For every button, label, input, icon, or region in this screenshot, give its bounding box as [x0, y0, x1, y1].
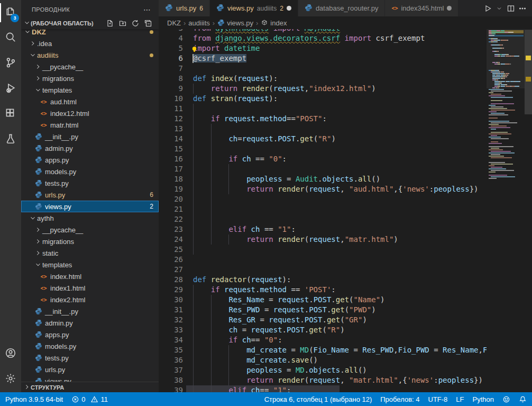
code-line-7[interactable]: 7 — [159, 64, 487, 74]
code-line-15[interactable]: 15 — [159, 144, 487, 154]
code-line-37[interactable]: 37peopless = MD.objects.all() — [159, 365, 487, 375]
code-line-22[interactable]: 22 — [159, 214, 487, 224]
refresh-icon[interactable] — [130, 18, 141, 29]
status-indentation[interactable]: Пробелов: 4 — [380, 395, 419, 403]
activity-item-testing[interactable] — [0, 127, 21, 152]
tree-item--idea[interactable]: .idea — [21, 38, 159, 49]
play-icon[interactable] — [482, 3, 493, 14]
tree-item-models-py[interactable]: models.py — [21, 166, 159, 177]
tree-item-models-py[interactable]: models.py — [21, 340, 159, 352]
new-folder-icon[interactable] — [117, 18, 128, 29]
code-line-38[interactable]: 38return render(request, "matr.html",{'n… — [159, 375, 487, 385]
activity-item-extensions[interactable] — [0, 102, 21, 127]
new-file-icon[interactable] — [105, 18, 115, 29]
tab-index345-html[interactable]: <>index345.html — [385, 0, 458, 16]
tree-item-migrations[interactable]: migrations — [21, 236, 159, 247]
vertical-scrollbar[interactable] — [525, 29, 532, 392]
tree-item--pycache-[interactable]: __pycache__ — [21, 61, 159, 73]
code-line-34[interactable]: 34if ch== "0": — [159, 335, 487, 345]
minimap[interactable] — [487, 29, 525, 392]
activity-item-account[interactable] — [0, 341, 21, 367]
tree-item-admin-py[interactable]: admin.py — [21, 142, 159, 154]
tree-item-aythh[interactable]: aythh — [21, 212, 159, 224]
code-line-20[interactable]: 20 — [159, 194, 487, 204]
code-line-23[interactable]: 23elif ch == "1": — [159, 224, 487, 234]
outline-section-header[interactable]: СТРУКТУРА — [21, 382, 159, 392]
code-line-29[interactable]: 29if request.method == 'POST': — [159, 285, 487, 295]
split-editor-icon[interactable] — [506, 3, 516, 14]
status-cursor-position[interactable]: Строка 6, столбец 1 (выбрано 12) — [264, 395, 372, 403]
activity-item-settings[interactable] — [0, 367, 21, 392]
code-line-21[interactable]: 21 — [159, 204, 487, 214]
breadcrumb-item-audiiits[interactable]: audiiits — [188, 19, 209, 27]
code-line-28[interactable]: 28def redactor(request): — [159, 275, 487, 285]
code-line-9[interactable]: 9return render(request,"index12.html") — [159, 84, 487, 94]
code-line-16[interactable]: 16if ch == "0": — [159, 154, 487, 164]
status-problems[interactable]: 011 — [71, 395, 108, 403]
activity-item-explorer[interactable]: 3 — [0, 0, 21, 25]
activity-item-search[interactable] — [0, 25, 21, 51]
code-line-18[interactable]: 18peopless = Audit.objects.all() — [159, 174, 487, 184]
status-notifications[interactable] — [519, 395, 527, 403]
tree-item-migrations[interactable]: migrations — [21, 73, 159, 84]
views-and-more-actions-icon[interactable]: ⋯ — [140, 5, 154, 14]
status-feedback[interactable] — [502, 395, 510, 403]
code-line-19[interactable]: 19return render(request, "aud.html",{'ne… — [159, 184, 487, 194]
tree-item-views-py[interactable]: views.py2 — [21, 201, 159, 212]
code-line-4[interactable]: 4from django.views.decorators.csrf impor… — [159, 33, 487, 43]
tree-item-audiiits[interactable]: audiiits — [21, 49, 159, 61]
tree-item-urls-py[interactable]: urls.py6 — [21, 189, 159, 201]
code-line-3[interactable]: 3from aythh.models import MD,Audit — [159, 29, 487, 33]
chevron-down-icon[interactable] — [494, 3, 505, 14]
tab-urls-py[interactable]: urls.py6 — [159, 0, 210, 16]
tree-item-templates[interactable]: templates — [21, 84, 159, 96]
activity-item-run-debug[interactable] — [0, 76, 21, 102]
tree-item-urls-py[interactable]: urls.py — [21, 364, 159, 375]
collapse-all-icon[interactable] — [143, 18, 153, 29]
tree-item--init-py[interactable]: __init__.py — [21, 305, 159, 317]
ellipsis-icon[interactable] — [517, 3, 528, 14]
tree-item-tests-py[interactable]: tests.py — [21, 352, 159, 364]
tree-item-index12-html[interactable]: <>index12.html — [21, 107, 159, 119]
status-language-mode[interactable]: Python — [473, 395, 494, 403]
code-line-32[interactable]: 32Res_GR = request.POST.get("GR") — [159, 315, 487, 325]
tree-item-aud-html[interactable]: <>aud.html — [21, 96, 159, 107]
tree-item-templates[interactable]: templates — [21, 259, 159, 270]
tree-item-apps-py[interactable]: apps.py — [21, 154, 159, 166]
tree-item-tests-py[interactable]: tests.py — [21, 177, 159, 189]
code-line-17[interactable]: 17 — [159, 164, 487, 174]
tree-item-apps-py[interactable]: apps.py — [21, 329, 159, 340]
tab-database-roouter-py[interactable]: database_roouter.py — [298, 0, 386, 16]
tree-item--init-py[interactable]: __init__.py — [21, 131, 159, 142]
code-line-35[interactable]: 35md_create = MD(Fio_Name = Res_PWD,Fio_… — [159, 345, 487, 355]
tree-item-index-html[interactable]: <>index.html — [21, 270, 159, 282]
tree-item-index1-html[interactable]: <>index1.html — [21, 282, 159, 294]
code-line-10[interactable]: 10def stran(request): — [159, 94, 487, 104]
breadcrumb-item-dkz[interactable]: DKZ — [167, 19, 181, 27]
status-python-interpreter[interactable]: Python 3.9.5 64-bit — [5, 395, 63, 403]
code-editor[interactable]: 3from aythh.models import MD,Audit4from … — [159, 29, 487, 392]
code-line-27[interactable]: 27 — [159, 265, 487, 275]
code-line-31[interactable]: 31Res_PWD = request.POST.get("PWD") — [159, 305, 487, 315]
code-line-36[interactable]: 36md_create.save() — [159, 355, 487, 365]
tab-views-py[interactable]: views.pyaudiiits2 — [210, 0, 298, 16]
tree-item-static[interactable]: static — [21, 247, 159, 259]
breadcrumb-item-index[interactable]: index — [261, 19, 287, 27]
code-line-24[interactable]: 24return render(request,"matr.html") — [159, 234, 487, 245]
code-line-26[interactable]: 26 — [159, 255, 487, 265]
tree-item-matr-html[interactable]: <>matr.html — [21, 119, 159, 131]
code-line-5[interactable]: 5import datetime — [159, 43, 487, 53]
scrollbar-slider[interactable] — [525, 30, 532, 114]
code-line-6[interactable]: 6@csrf_exempt — [159, 53, 487, 64]
status-encoding[interactable]: UTF-8 — [428, 395, 448, 403]
code-line-13[interactable]: 13 — [159, 124, 487, 134]
activity-item-source-control[interactable] — [0, 51, 21, 76]
minimap-slider[interactable] — [487, 29, 525, 88]
code-line-25[interactable]: 25 — [159, 245, 487, 255]
code-line-14[interactable]: 14ch=request.POST.get("R") — [159, 134, 487, 144]
status-eol[interactable]: LF — [456, 395, 464, 403]
code-line-30[interactable]: 30Res_Name = request.POST.get("Name") — [159, 295, 487, 305]
tree-item-index2-html[interactable]: <>index2.html — [21, 294, 159, 305]
workspace-section-header[interactable]: (РАБОЧАЯ ОБЛАСТЬ) ... — [21, 17, 159, 29]
breadcrumb-item-views-py[interactable]: views.py — [217, 19, 253, 27]
